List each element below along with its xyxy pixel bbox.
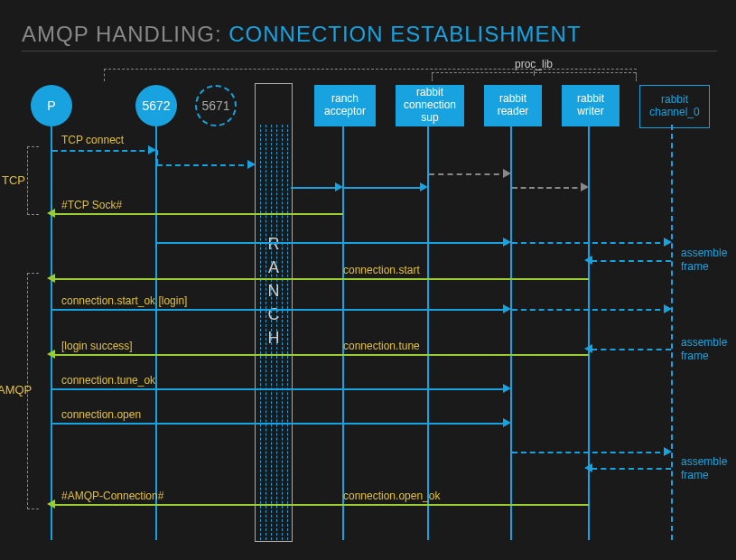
title-prefix: AMQP HANDLING: <box>22 22 222 46</box>
arrow-asm-2 <box>584 344 592 353</box>
arrow-asm-3 <box>584 463 592 472</box>
proclib-root-line <box>104 69 637 70</box>
arrow-reader-ch0-2 <box>664 304 672 313</box>
lifeline-p <box>51 126 52 540</box>
msg-ranch-acceptor <box>291 187 340 189</box>
msg-tune-ok <box>52 388 508 390</box>
msg-tcp-connect <box>52 150 154 152</box>
arrow-open-ok <box>47 499 55 509</box>
node-channel0: rabbit channel_0 <box>639 85 710 128</box>
arrow-asm-1 <box>584 256 592 265</box>
arrow-acc-sup <box>420 182 428 191</box>
title-main: CONNECTION ESTABLISHMENT <box>228 22 581 46</box>
arrow-reader-ch0-1 <box>664 238 672 247</box>
arrow-tune-ok <box>503 384 511 393</box>
bracket-amqp-label: AMQP <box>0 383 32 397</box>
proclib-brace-right <box>636 72 637 81</box>
node-5672: 5672 <box>135 85 177 126</box>
msg-acc-sup <box>344 187 425 189</box>
msg-start-ok <box>52 309 508 311</box>
assemble-2a: assemble <box>681 336 727 349</box>
assemble-1a: assemble <box>681 247 727 259</box>
msg-start-ok-label: connection.start_ok [login] <box>61 294 187 307</box>
step-5672 <box>156 150 158 164</box>
arrow-tcp-sock <box>47 209 55 218</box>
arrow-5672-ranch <box>247 160 256 169</box>
arrow-ranch-acceptor <box>335 182 343 191</box>
msg-open-ok-label: connection.open_ok <box>343 490 440 502</box>
bracket-tcp <box>27 146 39 215</box>
msg-5672-reader <box>157 242 508 244</box>
node-5671-label: 5671 <box>201 98 229 113</box>
spawn-writer <box>512 187 586 189</box>
arrow-5672-reader <box>503 238 511 247</box>
assemble-1b: frame <box>681 260 709 273</box>
msg-start <box>54 278 589 280</box>
arrow-open <box>503 418 511 427</box>
node-p: P <box>31 85 72 126</box>
node-writer-label: rabbit writer <box>564 93 618 118</box>
spawn-reader <box>429 173 508 175</box>
msg-tune <box>54 354 589 356</box>
node-p-label: P <box>47 98 55 113</box>
msg-asm-1 <box>592 260 671 262</box>
msg-tune-label: connection.tune <box>343 340 420 352</box>
amqp-conn-label: #AMQP-Connection# <box>61 490 163 502</box>
msg-tune-ok-label: connection.tune_ok <box>61 374 155 387</box>
msg-open-ok <box>54 504 589 506</box>
title-divider <box>22 51 717 51</box>
msg-open-label: connection.open <box>61 408 141 421</box>
msg-reader-ch0-3 <box>512 452 669 453</box>
node-acceptor-label: ranch acceptor <box>316 93 374 118</box>
node-writer: rabbit writer <box>562 85 620 126</box>
node-conn-sup-label: rabbit connection sup <box>397 87 462 124</box>
bracket-tcp-label: TCP <box>2 173 25 187</box>
msg-5672-ranch <box>157 164 253 166</box>
ranch-hatch-6 <box>287 125 288 540</box>
ranch-label: RANCH <box>264 235 283 352</box>
msg-tcp-connect-label: TCP connect <box>61 134 124 146</box>
node-5672-label: 5672 <box>142 98 170 113</box>
msg-open <box>52 423 508 425</box>
assemble-3a: assemble <box>681 455 727 468</box>
page-title: AMQP HANDLING: CONNECTION ESTABLISHMENT <box>22 22 582 47</box>
lifeline-5672 <box>155 126 157 540</box>
msg-reader-ch0-2 <box>512 309 669 311</box>
node-reader-label: rabbit reader <box>486 93 540 118</box>
msg-asm-3 <box>592 468 671 470</box>
arrow-start-ok <box>503 304 511 313</box>
node-5671: 5671 <box>195 85 237 126</box>
node-channel0-label: rabbit channel_0 <box>642 94 707 119</box>
arrow-start <box>47 274 55 283</box>
login-success-label: [login success] <box>61 340 133 352</box>
arrow-spawn-reader <box>503 169 511 178</box>
assemble-3b: frame <box>681 469 709 481</box>
proclib-brace-mid <box>534 70 535 76</box>
node-conn-sup: rabbit connection sup <box>396 85 464 126</box>
ranch-hatch-1 <box>260 125 261 540</box>
node-reader: rabbit reader <box>484 85 542 126</box>
proclib-brace-left <box>432 72 433 81</box>
arrow-spawn-writer <box>581 182 589 191</box>
arrow-reader-ch0-3 <box>664 447 672 456</box>
node-ranch-acceptor: ranch acceptor <box>314 85 376 126</box>
msg-asm-2 <box>592 349 671 350</box>
msg-tcp-sock-label: #TCP Sock# <box>61 199 122 211</box>
arrow-tune <box>47 350 55 359</box>
msg-start-label: connection.start <box>343 264 420 276</box>
assemble-2b: frame <box>681 350 709 362</box>
msg-reader-ch0-1 <box>512 242 669 244</box>
lifeline-channel0 <box>671 125 673 540</box>
arrow-tcp-connect <box>148 145 156 154</box>
msg-tcp-sock <box>54 213 343 215</box>
proclib-root-stub <box>104 69 105 81</box>
